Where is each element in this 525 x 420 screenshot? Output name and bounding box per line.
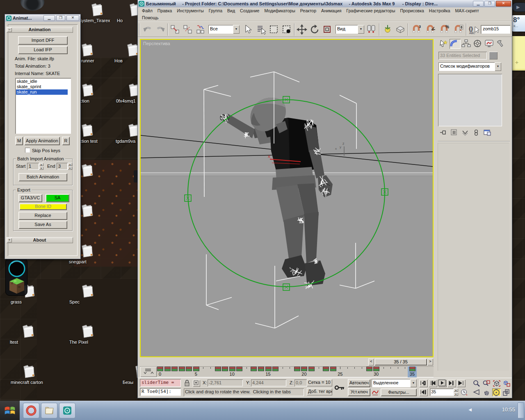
fov-icon[interactable] xyxy=(472,388,481,396)
select-by-name-icon[interactable] xyxy=(256,24,267,35)
dialog-close-button[interactable]: ✕ xyxy=(66,15,79,21)
keyframe[interactable] xyxy=(373,367,379,371)
keyframe[interactable] xyxy=(186,367,192,371)
selection-lock-icon[interactable] xyxy=(184,379,191,387)
mini-curve-editor-button[interactable] xyxy=(140,367,157,377)
dock[interactable] xyxy=(5,258,27,296)
taskbar-item-3dsmax[interactable] xyxy=(59,403,75,418)
import-dff-button[interactable]: Import DFF xyxy=(18,36,68,45)
taskbar-handle[interactable] xyxy=(518,402,524,418)
replace-button[interactable]: Replace xyxy=(18,212,67,220)
frame-field[interactable]: 35 xyxy=(430,388,454,396)
key-filters-curve-icon[interactable] xyxy=(372,388,379,396)
menu-Графические редакторы[interactable]: Графические редакторы xyxy=(344,7,397,14)
unlink-icon[interactable] xyxy=(183,24,193,35)
stack-btn-4[interactable] xyxy=(483,129,491,136)
rollout-about[interactable]: + About xyxy=(6,237,73,243)
menu-Вид[interactable]: Вид xyxy=(225,7,237,14)
save-as-button[interactable]: Save As xyxy=(18,221,67,229)
time-slider[interactable]: < 35 / 35 > xyxy=(140,358,434,366)
modifier-list-value[interactable]: Список модификаторов xyxy=(438,62,495,71)
dialog-restore-button[interactable]: ❐ xyxy=(56,15,65,21)
taskbar-item-opera[interactable] xyxy=(23,403,39,418)
dialog-minimize-button[interactable]: ▁ xyxy=(43,15,55,21)
link-icon[interactable] xyxy=(170,24,180,35)
viewport-label[interactable]: Перспектива xyxy=(143,41,170,46)
animation-list[interactable]: skate_idleskate_sprintskate_run xyxy=(15,78,71,134)
keyframe[interactable] xyxy=(236,367,242,371)
keyframe[interactable] xyxy=(409,367,415,371)
pan-icon[interactable] xyxy=(482,388,491,396)
tab-display[interactable] xyxy=(484,39,495,49)
menu-Инструменты[interactable]: Инструменты xyxy=(174,7,206,14)
menu-Прорисовка[interactable]: Прорисовка xyxy=(397,7,426,14)
sa-button[interactable]: SA xyxy=(46,194,69,202)
snap-toggle-icon[interactable]: 3 xyxy=(411,24,422,35)
filters-button[interactable]: Фильтры... xyxy=(381,388,417,396)
keyframe[interactable] xyxy=(366,367,372,371)
keyframe[interactable] xyxy=(265,367,272,371)
key-filter-dropdown[interactable]: Выделенное▼ xyxy=(372,379,417,387)
menu-Модификаторы[interactable]: Модификаторы xyxy=(262,7,297,14)
list-item-skate_idle[interactable]: skate_idle xyxy=(16,79,68,84)
tab-hierarchy[interactable] xyxy=(461,39,472,49)
keyframe[interactable] xyxy=(323,367,329,371)
gadget-weather[interactable]: 8° К... xyxy=(511,15,525,32)
menu-MAX-скрипт[interactable]: MAX-скрипт xyxy=(453,7,482,14)
modifier-stack[interactable] xyxy=(438,74,502,126)
go-to-start-button[interactable] xyxy=(419,379,428,387)
arc-rotate-icon[interactable] xyxy=(492,388,501,396)
menu-Помощь[interactable]: Помощь xyxy=(139,14,161,21)
edit-named-selections-icon[interactable]: {}ABC xyxy=(468,24,479,35)
end-spinner[interactable]: ▲▼ xyxy=(68,163,72,170)
titlebar[interactable]: Безымянный - Project Folder: C:\Document… xyxy=(138,0,512,7)
keyboard-override-icon[interactable] xyxy=(395,24,406,35)
select-move-icon[interactable] xyxy=(297,24,307,35)
use-pivot-center-icon[interactable] xyxy=(366,24,377,35)
viewport-perspective[interactable]: zxyX Перспектива xyxy=(140,39,434,357)
macro-recorder-line[interactable]: sliderTime = xyxy=(140,379,181,387)
select-rotate-icon[interactable] xyxy=(309,24,320,35)
apply-animation-button[interactable]: Apply Animation xyxy=(24,137,60,145)
time-slider-grip[interactable]: 35 / 35 xyxy=(374,358,427,365)
list-item-skate_sprint[interactable]: skate_sprint xyxy=(16,84,68,89)
menu-Настройка[interactable]: Настройка xyxy=(427,7,453,14)
load-ifp-button[interactable]: Load IFP xyxy=(18,46,68,54)
keyframe[interactable] xyxy=(308,367,315,371)
keyframe[interactable] xyxy=(215,367,221,371)
end-field[interactable]: 3 xyxy=(57,163,68,170)
stack-btn-0[interactable] xyxy=(439,129,447,136)
taskbar-item-folder[interactable] xyxy=(41,403,57,418)
menu-Файл[interactable]: Файл xyxy=(139,7,155,14)
keyframe[interactable] xyxy=(301,367,307,371)
keyframe[interactable] xyxy=(330,367,336,371)
keyframe[interactable] xyxy=(157,367,163,371)
keyframe[interactable] xyxy=(272,367,278,371)
start-spinner[interactable]: ▲▼ xyxy=(39,163,43,170)
min-max-toggle-icon[interactable] xyxy=(502,388,511,396)
set-key-icon[interactable] xyxy=(334,380,346,395)
select-scale-icon[interactable] xyxy=(322,24,333,35)
tab-create[interactable] xyxy=(438,39,449,49)
tab-utilities[interactable] xyxy=(495,39,507,49)
object-color-swatch[interactable] xyxy=(489,52,498,59)
gadget-sticky-note[interactable]: + xyxy=(511,36,525,71)
keyframe[interactable] xyxy=(294,367,300,371)
reference-coordinate-dropdown[interactable]: Вид▼ xyxy=(336,25,364,34)
note-add-button[interactable]: + xyxy=(515,59,518,66)
time-tag-field[interactable]: Доб. тег вре xyxy=(307,388,332,395)
keyframe[interactable] xyxy=(179,367,185,371)
list-item-skate_run[interactable]: skate_run xyxy=(16,89,68,95)
desktop-icon-The Pixel[interactable]: The Pixel xyxy=(69,323,106,340)
absolute-mode-icon[interactable] xyxy=(193,380,200,387)
rollout-animation[interactable]: − Animation xyxy=(6,27,73,33)
menu-Создание[interactable]: Создание xyxy=(237,7,262,14)
angle-snap-icon[interactable] xyxy=(425,24,436,35)
desktop-icon-minecraft carton[interactable]: minecraft carton xyxy=(11,363,48,380)
redo-icon[interactable] xyxy=(155,24,166,35)
stack-btn-2[interactable] xyxy=(461,129,469,136)
start-button[interactable] xyxy=(0,401,20,420)
close-button[interactable]: ✕ xyxy=(496,1,511,7)
gadget-play-button[interactable]: ▶ xyxy=(512,2,525,12)
next-key-button[interactable] xyxy=(447,379,456,387)
